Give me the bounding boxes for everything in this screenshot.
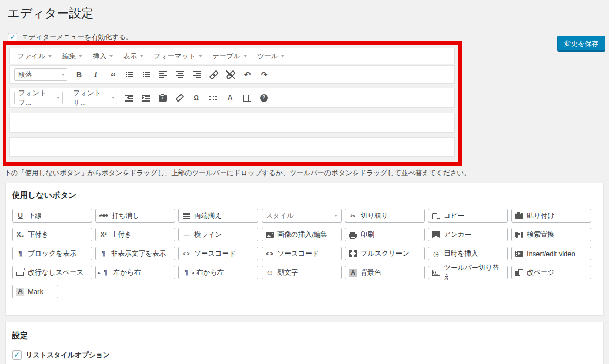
list-style-option-checkbox[interactable] — [12, 350, 22, 360]
unused-buttons-heading: 使用しないボタン — [12, 190, 597, 200]
link-icon — [209, 70, 218, 79]
menubar-item-label: ツール — [257, 52, 278, 61]
bullet-list-icon — [126, 72, 134, 77]
toolbar-button-redo[interactable]: ↷ — [259, 69, 269, 80]
unused-button-copy[interactable]: コピー — [428, 209, 508, 223]
toolbar-button-italic[interactable]: I — [91, 69, 101, 80]
unused-button-sourcecode[interactable]: <>ソースコード — [262, 247, 342, 260]
chevron-down-icon — [79, 55, 82, 57]
superscript-icon: X² — [99, 231, 107, 239]
unused-button-cut[interactable]: ✂切り取り — [345, 209, 425, 223]
menubar-item[interactable]: 編集 — [57, 48, 87, 64]
toolbar-button-align-center[interactable] — [175, 69, 185, 80]
unused-button-label: ブロックを表示 — [28, 249, 77, 258]
unused-button-searchreplace[interactable]: 検索置換 — [511, 228, 591, 241]
unused-button-rtl[interactable]: ¶右から左 — [178, 266, 258, 279]
unused-button-image[interactable]: 画像の挿入/編集 — [262, 228, 342, 241]
unused-button-toolbar-toggle[interactable]: ツールバー切り替え — [428, 266, 508, 279]
menubar-item[interactable]: 表示 — [118, 48, 148, 64]
unused-button-paste[interactable]: 貼り付け — [511, 209, 591, 223]
unused-button-fullscreen[interactable]: フルスクリーン — [345, 247, 425, 260]
toolbar-button-blockquote[interactable]: “ — [107, 69, 118, 80]
toolbar-button-bold[interactable]: B — [74, 69, 84, 80]
menubar-item[interactable]: ツール — [252, 48, 290, 64]
chevron-down-icon — [199, 55, 202, 57]
toolbar-button-read-more[interactable] — [208, 92, 218, 104]
chevron-down-icon — [48, 55, 52, 57]
toolbar-button-text-color[interactable]: A — [225, 92, 235, 104]
unused-button-label: 下付き — [28, 230, 48, 239]
editor-empty-toolbar-row-2[interactable] — [9, 137, 455, 157]
unused-button-video[interactable]: Insert/edit video — [511, 247, 591, 260]
paragraph-format-value: 段落 — [18, 70, 32, 79]
unused-button-label: ツールバー切り替え — [444, 263, 504, 282]
editor-empty-toolbar-row-1[interactable] — [9, 113, 455, 133]
italic-icon: I — [92, 70, 100, 78]
toolbar-button-bullet-list[interactable] — [124, 69, 135, 80]
unused-button-pagebreak[interactable]: 改ページ — [511, 266, 591, 279]
unused-button-label: 打ち消し — [112, 211, 139, 220]
menubar-item-label: テーブル — [213, 52, 241, 61]
editor-settings-page: エディター設定 エディターメニューを有効化する。 変更を保存 ファイル編集挿入表… — [0, 0, 609, 364]
font-size-select[interactable]: フォントサ... — [69, 92, 117, 104]
unused-button-emoticons[interactable]: ☺顔文字 — [262, 266, 342, 279]
unused-button-visualchars[interactable]: ¶非表示文字を表示 — [95, 247, 175, 260]
unused-button-hr[interactable]: —横ライン — [178, 228, 258, 241]
menubar-item[interactable]: テーブル — [207, 48, 252, 64]
toolbar-button-numbered-list[interactable] — [141, 69, 152, 80]
menubar-item-label: 挿入 — [93, 52, 106, 61]
unused-button-nonbreaking[interactable]: 改行なしスペース — [12, 266, 92, 279]
backcolor-icon: A — [349, 269, 357, 277]
page-title: エディター設定 — [7, 5, 93, 22]
unused-button-anchor[interactable]: アンカー — [428, 228, 508, 241]
unused-button-label: 切り取り — [361, 211, 388, 220]
emoticons-icon: ☺ — [266, 269, 274, 277]
menubar-item[interactable]: 挿入 — [87, 48, 118, 64]
menubar-item[interactable]: フォーマット — [148, 48, 207, 64]
unused-button-label: 非表示文字を表示 — [111, 249, 166, 258]
blockquote-icon: “ — [109, 68, 117, 81]
chevron-down-icon — [334, 215, 337, 217]
unused-button-label: コピー — [444, 211, 465, 220]
toolbar-button-align-right[interactable] — [192, 69, 202, 80]
toolbar-button-undo[interactable]: ↶ — [242, 69, 253, 80]
toolbar-button-link[interactable] — [208, 69, 219, 80]
toolbar-button-align-left[interactable] — [158, 69, 168, 80]
unused-button-backcolor[interactable]: A背景色 — [345, 266, 425, 279]
save-changes-button[interactable]: 変更を保存 — [557, 36, 605, 51]
unused-button-styleselect[interactable]: スタイル — [262, 209, 342, 223]
menubar-item[interactable]: ファイル — [12, 48, 57, 64]
unused-button-mark[interactable]: AMark — [12, 285, 58, 298]
unused-button-strikethrough[interactable]: ABC打ち消し — [95, 209, 175, 223]
numbered-list-icon — [143, 72, 151, 77]
sourcecode-icon: <> — [266, 250, 274, 258]
unused-button-underline[interactable]: U下線 — [12, 209, 92, 223]
toolbar-button-unlink[interactable] — [225, 69, 236, 80]
toolbar-button-paste-as-text[interactable] — [157, 92, 168, 104]
paragraph-format-select[interactable]: 段落 — [14, 68, 67, 81]
toolbar-button-special-character[interactable]: Ω — [191, 92, 202, 104]
special-character-icon: Ω — [193, 94, 201, 102]
toolbar-button-remove-format[interactable] — [174, 92, 185, 104]
font-family-select[interactable]: フォントフ... — [14, 92, 63, 104]
unused-button-label: 下線 — [28, 211, 42, 220]
unused-button-print[interactable]: 印刷 — [345, 228, 425, 241]
unused-button-subscript[interactable]: X₂下付き — [12, 228, 92, 241]
visualchars-icon: ¶ — [99, 250, 107, 258]
menubar-item-label: 表示 — [123, 52, 137, 61]
unused-button-superscript[interactable]: X²上付き — [95, 228, 175, 241]
code-icon: <> — [183, 250, 191, 258]
unused-button-label: 日時を挿入 — [444, 249, 478, 258]
strikethrough-icon: ABC — [99, 212, 108, 220]
visualblocks-icon: ¶ — [16, 250, 24, 258]
unused-button-ltr[interactable]: ¶左から右 — [95, 266, 175, 279]
toolbar-button-table[interactable] — [242, 92, 252, 104]
unused-button-justify[interactable]: 両端揃え — [178, 209, 258, 223]
unused-button-visualblocks[interactable]: ¶ブロックを表示 — [12, 247, 92, 260]
unused-button-insertdatetime[interactable]: ◷日時を挿入 — [428, 247, 508, 260]
toolbar-button-indent[interactable] — [141, 92, 151, 104]
unused-button-code[interactable]: <>ソースコード — [178, 247, 258, 260]
toolbar-button-outdent[interactable] — [124, 92, 134, 104]
fullscreen-icon — [349, 250, 357, 257]
toolbar-button-help[interactable]: ? — [258, 92, 269, 104]
